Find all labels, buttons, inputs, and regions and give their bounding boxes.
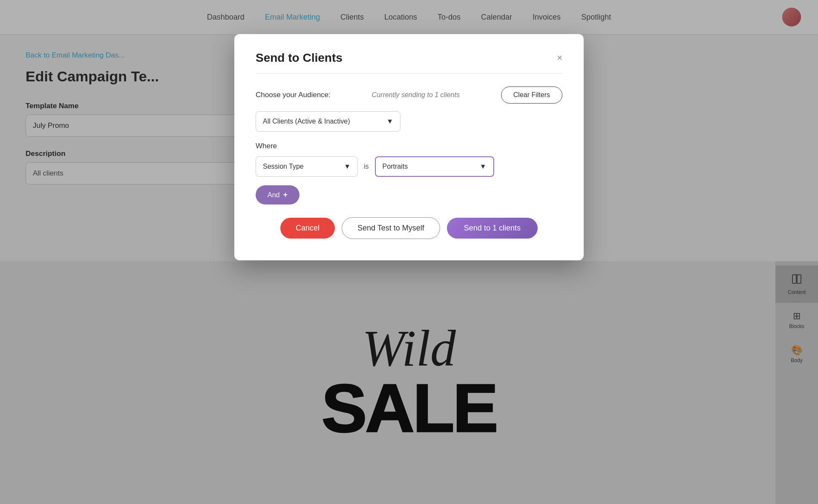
clear-filters-button[interactable]: Clear Filters xyxy=(501,86,562,104)
send-to-clients-modal: Send to Clients × Choose your Audience: … xyxy=(234,34,584,260)
modal-title: Send to Clients xyxy=(256,51,343,65)
modal-close-button[interactable]: × xyxy=(557,53,562,63)
modal-cancel-button[interactable]: Cancel xyxy=(280,218,335,239)
send-test-button[interactable]: Send Test to Myself xyxy=(342,217,440,239)
audience-row: Choose your Audience: Currently sending … xyxy=(256,86,562,104)
audience-label: Choose your Audience: xyxy=(256,91,331,99)
where-label: Where xyxy=(256,142,562,150)
portraits-select[interactable]: Portraits ▼ xyxy=(375,156,494,177)
sending-info: Currently sending to 1 clients xyxy=(339,91,493,99)
send-to-clients-button[interactable]: Send to 1 clients xyxy=(447,218,538,239)
is-text: is xyxy=(364,163,369,170)
audience-selected-value: All Clients (Active & Inactive) xyxy=(263,118,350,125)
where-row: Session Type ▼ is Portraits ▼ xyxy=(256,156,562,177)
and-label: And xyxy=(268,191,279,199)
modal-header: Send to Clients × xyxy=(256,51,562,74)
portraits-value: Portraits xyxy=(383,163,408,170)
session-type-select[interactable]: Session Type ▼ xyxy=(256,156,358,177)
audience-select[interactable]: All Clients (Active & Inactive) ▼ xyxy=(256,111,400,132)
audience-select-display[interactable]: All Clients (Active & Inactive) ▼ xyxy=(256,111,400,132)
audience-chevron-icon: ▼ xyxy=(386,118,393,125)
portraits-display[interactable]: Portraits ▼ xyxy=(375,156,494,177)
session-type-display[interactable]: Session Type ▼ xyxy=(256,156,358,177)
session-type-value: Session Type xyxy=(263,163,304,170)
plus-icon: + xyxy=(283,190,288,199)
and-button[interactable]: And + xyxy=(256,185,300,204)
modal-footer: Cancel Send Test to Myself Send to 1 cli… xyxy=(256,217,562,239)
session-type-chevron-icon: ▼ xyxy=(344,163,351,170)
portraits-chevron-icon: ▼ xyxy=(480,163,487,170)
